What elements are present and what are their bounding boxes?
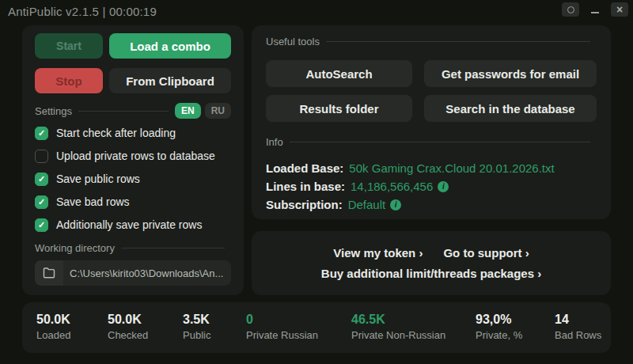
stat-label: Bad Rows — [555, 329, 601, 341]
from-clipboard-button[interactable]: From Clipboard — [109, 68, 231, 93]
checkbox-upload-private-rows[interactable]: ✓ Upload private rows to database — [35, 148, 231, 164]
language-toggle-en[interactable]: EN — [175, 103, 201, 119]
language-toggle-ru[interactable]: RU — [205, 103, 231, 119]
buy-packages-link[interactable]: Buy additional limit/threads packages › — [321, 267, 541, 280]
search-database-button[interactable]: Search in the database — [424, 95, 597, 122]
titlebar-circle-button[interactable] — [562, 2, 579, 17]
checkbox-label: Save public rows — [56, 173, 140, 185]
folder-icon — [43, 267, 55, 279]
autosearch-button[interactable]: AutoSearch — [266, 60, 412, 87]
working-directory-input-group — [35, 260, 231, 286]
stat-checked: 50.0K Checked — [108, 312, 183, 353]
stat-private-percent: 93,0% Private, % — [476, 312, 555, 353]
minimize-button[interactable] — [586, 2, 604, 17]
browse-folder-button[interactable] — [35, 260, 63, 286]
info-icon[interactable]: i — [438, 181, 449, 192]
stop-button[interactable]: Stop — [35, 68, 103, 93]
get-passwords-button[interactable]: Get passwords for email — [424, 60, 597, 87]
circle-icon — [567, 6, 574, 13]
settings-label: Settings — [35, 105, 72, 117]
subscription-label: Subscription: — [266, 198, 343, 211]
control-panel: Start Load a combo Stop From Clipboard S… — [22, 25, 244, 295]
close-button[interactable]: × — [611, 2, 628, 17]
loaded-base-row: Loaded Base: 50k Gaming Crax.Cloud 20.01… — [266, 159, 597, 177]
view-my-token-link[interactable]: View my token › — [333, 246, 423, 260]
checkbox-icon: ✓ — [35, 218, 48, 232]
stat-loaded: 50.0K Loaded — [36, 312, 108, 353]
stat-private-russian: 0 Private Russian — [246, 312, 351, 353]
checkbox-label: Start check after loading — [56, 127, 176, 139]
working-directory-label: Working directory — [35, 242, 115, 254]
stat-value: 14 — [555, 312, 601, 327]
stat-label: Private, % — [476, 329, 555, 341]
stat-value: 0 — [246, 312, 351, 327]
info-list: Loaded Base: 50k Gaming Crax.Cloud 20.01… — [266, 159, 597, 214]
stats-bar: 50.0K Loaded 50.0K Checked 3.5K Public 0… — [22, 302, 611, 353]
info-label: Info — [266, 136, 283, 148]
lines-in-base-row: Lines in base: 14,186,566,456 i — [266, 177, 597, 195]
divider — [78, 111, 169, 112]
minimize-icon — [591, 12, 599, 13]
checkbox-label: Save bad rows — [56, 195, 130, 208]
tools-info-panel: Useful tools AutoSearch Get passwords fo… — [252, 25, 611, 219]
stat-value: 3.5K — [183, 312, 246, 327]
stat-label: Private Non-Russian — [351, 329, 476, 341]
checkbox-icon: ✓ — [35, 173, 48, 186]
stat-value: 50.0K — [36, 312, 108, 327]
divider — [121, 248, 225, 248]
working-directory-path-input[interactable] — [63, 260, 231, 286]
settings-checkbox-list: ✓ Start check after loading ✓ Upload pri… — [35, 125, 231, 233]
subscription-value: Default — [348, 198, 386, 211]
settings-header: Settings EN RU — [35, 103, 231, 119]
checkbox-save-public-rows[interactable]: ✓ Save public rows — [35, 171, 231, 187]
checkbox-label: Upload private rows to database — [56, 150, 215, 162]
stat-label: Public — [183, 329, 246, 341]
lines-in-base-label: Lines in base: — [266, 180, 345, 193]
go-to-support-link[interactable]: Go to support › — [443, 246, 529, 260]
checkbox-additionally-save-private-rows[interactable]: ✓ Additionally save private rows — [35, 217, 231, 233]
load-combo-button[interactable]: Load a combo — [109, 33, 231, 59]
stat-value: 46.5K — [351, 312, 476, 327]
divider — [326, 41, 590, 42]
stat-private-non-russian: 46.5K Private Non-Russian — [351, 312, 476, 353]
loaded-base-label: Loaded Base: — [266, 161, 343, 175]
checkbox-icon: ✓ — [35, 195, 48, 209]
checkbox-label: Additionally save private rows — [56, 218, 202, 231]
subscription-row: Subscription: Default i — [266, 195, 597, 214]
links-panel: View my token › Go to support › Buy addi… — [252, 231, 611, 295]
results-folder-button[interactable]: Results folder — [266, 95, 412, 122]
divider — [290, 142, 590, 142]
checkbox-save-bad-rows[interactable]: ✓ Save bad rows — [35, 194, 231, 210]
start-button[interactable]: Start — [35, 33, 103, 59]
info-icon[interactable]: i — [390, 199, 401, 210]
lines-in-base-value: 14,186,566,456 — [351, 180, 433, 193]
checkbox-start-check-after-loading[interactable]: ✓ Start check after loading — [35, 125, 231, 141]
checkbox-icon: ✓ — [35, 150, 48, 163]
stat-bad-rows: 14 Bad Rows — [555, 312, 601, 353]
working-directory-section: Working directory — [35, 240, 231, 286]
stat-label: Checked — [108, 329, 183, 341]
titlebar: AntiPublic v2.1.5 | 00:00:19 × — [0, 0, 633, 22]
close-icon: × — [616, 4, 623, 15]
stat-value: 50.0K — [108, 312, 183, 327]
stat-label: Loaded — [36, 329, 108, 341]
stat-public: 3.5K Public — [183, 312, 246, 353]
window-controls: × — [562, 2, 628, 17]
app-title: AntiPublic v2.1.5 | 00:00:19 — [8, 5, 157, 18]
stat-label: Private Russian — [246, 329, 351, 341]
checkbox-icon: ✓ — [35, 127, 48, 140]
loaded-base-value: 50k Gaming Crax.Cloud 20.01.2026.txt — [349, 161, 554, 175]
stat-value: 93,0% — [476, 312, 555, 327]
useful-tools-label: Useful tools — [266, 36, 320, 47]
tools-grid: AutoSearch Get passwords for email Resul… — [266, 60, 597, 122]
